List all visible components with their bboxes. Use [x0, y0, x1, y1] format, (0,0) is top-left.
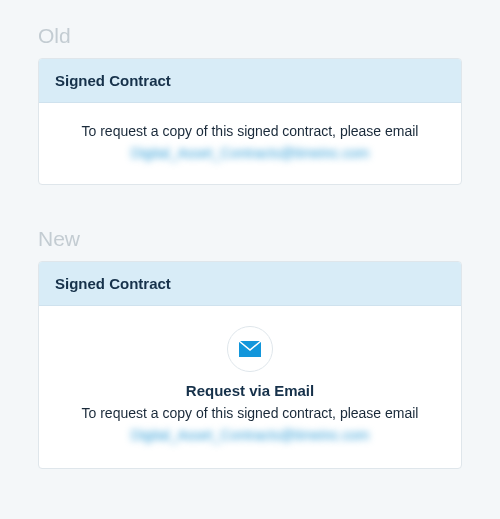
- card-old: Signed Contract To request a copy of thi…: [38, 58, 462, 185]
- request-text-old: To request a copy of this signed contrac…: [55, 121, 445, 142]
- card-body-old: To request a copy of this signed contrac…: [39, 103, 461, 184]
- section-gap: [38, 185, 462, 227]
- contact-email-old[interactable]: Digital_Asset_Contracts@timeinc.com: [131, 143, 369, 164]
- card-header-new: Signed Contract: [39, 262, 461, 306]
- section-label-new: New: [38, 227, 462, 251]
- section-label-old: Old: [38, 24, 462, 48]
- card-header-old: Signed Contract: [39, 59, 461, 103]
- email-icon: [227, 326, 273, 372]
- contact-email-new[interactable]: Digital_Asset_Contracts@timeinc.com: [131, 425, 369, 446]
- request-text-new: To request a copy of this signed contrac…: [55, 403, 445, 424]
- request-subhead-new: Request via Email: [55, 382, 445, 399]
- card-new: Signed Contract Request via Email To req…: [38, 261, 462, 469]
- card-body-new: Request via Email To request a copy of t…: [39, 306, 461, 468]
